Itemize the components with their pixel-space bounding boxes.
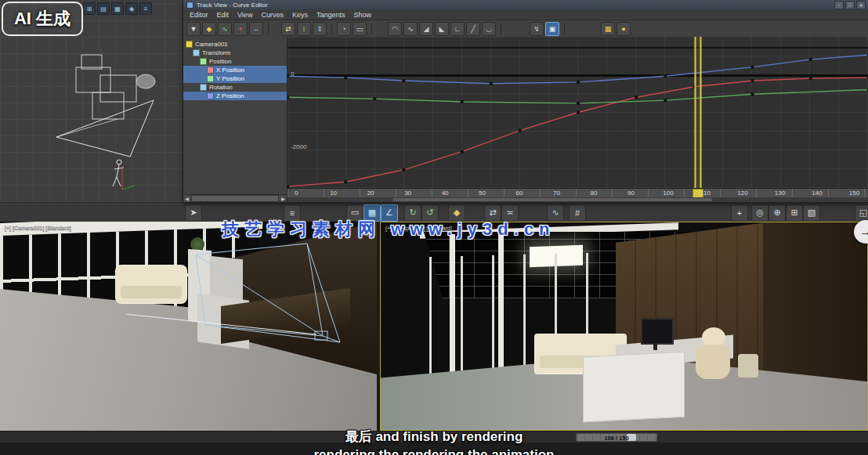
menu-tangents[interactable]: Tangents	[316, 11, 345, 19]
scroll-right-button[interactable]: ▶	[280, 196, 287, 201]
menu-curves[interactable]: Curves	[261, 11, 284, 19]
select-object-icon[interactable]: ➤	[185, 204, 202, 222]
menu-edit[interactable]: Edit	[217, 11, 230, 19]
tangent-auto-icon[interactable]: ◠	[388, 22, 402, 36]
ruler-label: 150	[849, 190, 859, 197]
curve-editor-titlebar[interactable]: Track View - Curve Editor – □ ✕	[183, 0, 868, 9]
viewport-layout-icon[interactable]: ⊞	[83, 2, 96, 15]
close-button[interactable]: ✕	[856, 1, 866, 9]
tree-item-z-position[interactable]: Z Position	[183, 92, 287, 100]
zoom-extents-icon[interactable]: ⊞	[786, 204, 803, 222]
tangent-fast-icon[interactable]: ◢	[419, 22, 433, 36]
tangent-spline-icon[interactable]: ∿	[403, 22, 418, 36]
pan-hand-icon[interactable]: +	[731, 204, 748, 222]
tangent-smooth-icon[interactable]: ◡	[482, 22, 496, 36]
key-dot[interactable]	[344, 76, 347, 79]
zoom-all-icon[interactable]: ⊕	[769, 204, 786, 222]
key-dot[interactable]	[344, 180, 347, 183]
ruler-label: 100	[663, 190, 673, 197]
time-slider-line[interactable]	[694, 37, 701, 188]
retime-tool-icon[interactable]: ◔	[337, 22, 351, 36]
show-keyable-icon[interactable]: ●	[617, 22, 631, 36]
draw-curves-icon[interactable]: ∿	[218, 22, 232, 36]
show-tangents-icon[interactable]: ↯	[530, 22, 544, 36]
ruler-label: 30	[404, 190, 411, 197]
toolbar-separator	[331, 23, 332, 34]
key-dot[interactable]	[402, 79, 405, 82]
key-dot[interactable]	[402, 168, 405, 172]
menu-keys[interactable]: Keys	[292, 11, 308, 19]
key-dot[interactable]	[461, 100, 464, 103]
key-dot[interactable]	[751, 79, 754, 82]
region-keys-icon[interactable]: ▭	[353, 22, 367, 36]
key-dot[interactable]	[751, 66, 754, 69]
menu-view[interactable]: View	[237, 11, 252, 19]
slide-keys-icon[interactable]: ⇄	[281, 22, 295, 36]
tree-item-y-position[interactable]: Y Position	[183, 74, 287, 83]
key-dot[interactable]	[519, 129, 522, 132]
camera-viewport[interactable]: [+] [Camera001] [Standard]	[0, 222, 377, 431]
key-dot[interactable]	[635, 96, 638, 99]
maximize-viewport-icon[interactable]: ◱	[855, 204, 868, 222]
tree-item-rotation[interactable]: Rotation	[183, 83, 287, 92]
site-watermark: 技艺学习素材网 www.jy3d.cn	[222, 218, 555, 241]
key-dot[interactable]	[577, 81, 580, 84]
zoom-region-icon[interactable]: ▧	[803, 204, 820, 222]
add-keys-icon[interactable]: +	[233, 22, 248, 36]
move-keys-icon[interactable]: ↔	[249, 22, 263, 36]
key-dot[interactable]	[490, 82, 493, 85]
scale-keys-icon[interactable]: ↕	[297, 22, 311, 36]
menu-editor[interactable]: Editor	[190, 11, 208, 19]
key-dot[interactable]	[751, 92, 754, 96]
tree-item-x-position[interactable]: X Position	[183, 66, 287, 74]
menu-show[interactable]: Show	[353, 11, 371, 19]
display-options-icon[interactable]: ≡	[139, 2, 152, 15]
tangent-slow-icon[interactable]: ◣	[435, 22, 449, 36]
snap-frames-icon[interactable]: ▦	[601, 22, 615, 36]
y-position-curve[interactable]	[288, 90, 868, 103]
filter-keys-icon[interactable]: ▼	[186, 22, 201, 36]
ruler-label: 90	[627, 190, 635, 197]
graph-scrollbar[interactable]	[288, 197, 868, 202]
x-position-curve[interactable]	[288, 78, 868, 186]
scroll-left-button[interactable]: ◀	[183, 196, 190, 201]
key-dot[interactable]	[373, 97, 376, 100]
key-dot[interactable]	[809, 58, 812, 61]
minimize-button[interactable]: –	[834, 1, 844, 9]
lock-selection-icon[interactable]: ◆	[202, 22, 216, 36]
key-dot[interactable]	[577, 111, 580, 114]
tree-item-position[interactable]: Position	[183, 57, 287, 66]
key-dot[interactable]	[288, 96, 289, 99]
tree-item-label: Rotation	[209, 84, 233, 91]
tree-item-camera001[interactable]: Camera001	[183, 40, 287, 49]
key-dot[interactable]	[577, 102, 580, 105]
perspective-viewport[interactable]: [+] [Perspective] [Standard]	[380, 222, 868, 431]
zoom-icon[interactable]: ◎	[751, 204, 769, 222]
snap-mini-icon[interactable]: ◈	[125, 2, 138, 15]
scroll-thumb[interactable]	[191, 195, 279, 202]
tree-scrollbar[interactable]: ◀ ▶	[183, 194, 287, 202]
key-dot[interactable]	[664, 99, 667, 102]
ruler-label: 70	[553, 190, 560, 197]
track-type-icon	[207, 67, 214, 74]
value-axis-label: 0	[291, 70, 294, 78]
curve-editor-graph[interactable]: 0-2000 010203040506070809010011012013014…	[287, 37, 868, 202]
tangent-step-icon[interactable]: ∟	[450, 22, 465, 36]
curve-area[interactable]: 0-2000	[288, 37, 868, 188]
maximize-button[interactable]: □	[845, 1, 855, 9]
tangent-linear-icon[interactable]: ╱	[466, 22, 480, 36]
schematic-view-icon[interactable]: #	[569, 204, 586, 222]
scale-values-icon[interactable]: ⇕	[313, 22, 327, 36]
wireframe-toggle-icon[interactable]: ▤	[97, 2, 110, 15]
grid-toggle-icon[interactable]: ▦	[111, 2, 124, 15]
tree-item-transform[interactable]: Transform	[183, 49, 287, 57]
ruler-label: 120	[737, 190, 747, 197]
key-dot[interactable]	[461, 150, 464, 153]
chair	[696, 345, 730, 379]
camera-viewport-label[interactable]: [+] [Camera001] [Standard]	[5, 225, 71, 230]
key-dot[interactable]	[664, 74, 667, 78]
tree-item-label: Transform	[202, 49, 230, 56]
lock-tangents-icon[interactable]: ▣	[545, 22, 559, 36]
key-dot[interactable]	[288, 74, 289, 78]
key-dot[interactable]	[809, 77, 812, 80]
